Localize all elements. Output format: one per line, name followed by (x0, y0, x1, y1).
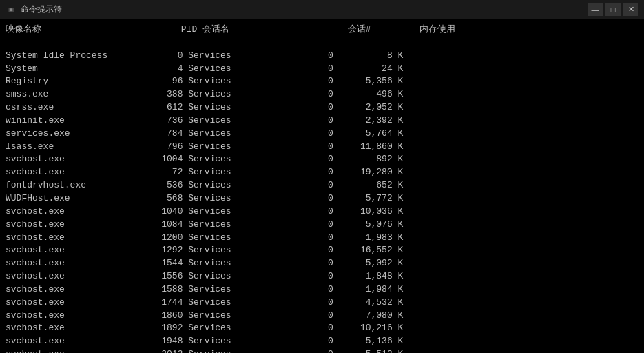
table-row: svchost.exe 1892 Services 0 10,216 K (6, 322, 638, 335)
table-row: svchost.exe 2012 Services 0 5,512 K (6, 348, 638, 353)
table-row: services.exe 784 Services 0 5,764 K (6, 128, 638, 141)
minimize-button[interactable]: — (588, 3, 603, 16)
maximize-button[interactable]: □ (605, 3, 621, 16)
table-row: fontdrvhost.exe 536 Services 0 652 K (6, 179, 638, 192)
table-row: svchost.exe 72 Services 0 19,280 K (6, 166, 638, 179)
table-row: wininit.exe 736 Services 0 2,392 K (6, 114, 638, 128)
title-bar: ▣ 命令提示符 — □ ✕ (0, 0, 644, 19)
table-row: WUDFHost.exe 568 Services 0 5,772 K (6, 192, 638, 205)
table-row: svchost.exe 1744 Services 0 4,532 K (6, 296, 638, 310)
table-row: svchost.exe 1084 Services 0 5,076 K (6, 219, 638, 232)
window-controls: — □ ✕ (588, 3, 638, 16)
table-row: svchost.exe 1292 Services 0 16,552 K (6, 244, 638, 257)
table-row: Registry 96 Services 0 5,356 K (6, 75, 638, 88)
table-row: svchost.exe 1544 Services 0 5,092 K (6, 257, 638, 270)
table-row: svchost.exe 1948 Services 0 5,136 K (6, 335, 638, 348)
header-row: 映像名称 PID 会话名 会话# 内存使用 (6, 23, 638, 37)
table-row: svchost.exe 1860 Services 0 7,080 K (6, 310, 638, 323)
console-output: 映像名称 PID 会话名 会话# 内存使用 ==================… (0, 19, 644, 353)
table-row: svchost.exe 1556 Services 0 1,848 K (6, 270, 638, 283)
table-row: svchost.exe 1200 Services 0 1,983 K (6, 232, 638, 245)
window-title: 命令提示符 (21, 3, 588, 15)
window-icon: ▣ (6, 4, 17, 15)
table-row: System Idle Process 0 Services 0 8 K (6, 50, 638, 63)
separator-row: ======================== ======== ======… (6, 37, 638, 50)
cmd-window: ▣ 命令提示符 — □ ✕ 映像名称 PID 会话名 会话# 内存使用 ====… (0, 0, 644, 353)
table-row: lsass.exe 796 Services 0 11,860 K (6, 141, 638, 154)
close-button[interactable]: ✕ (623, 3, 638, 16)
table-row: smss.exe 388 Services 0 496 K (6, 88, 638, 101)
table-row: svchost.exe 1040 Services 0 10,036 K (6, 205, 638, 219)
table-row: System 4 Services 0 24 K (6, 63, 638, 76)
table-row: svchost.exe 1004 Services 0 892 K (6, 153, 638, 166)
table-row: csrss.exe 612 Services 0 2,052 K (6, 101, 638, 114)
table-row: svchost.exe 1588 Services 0 1,984 K (6, 283, 638, 296)
